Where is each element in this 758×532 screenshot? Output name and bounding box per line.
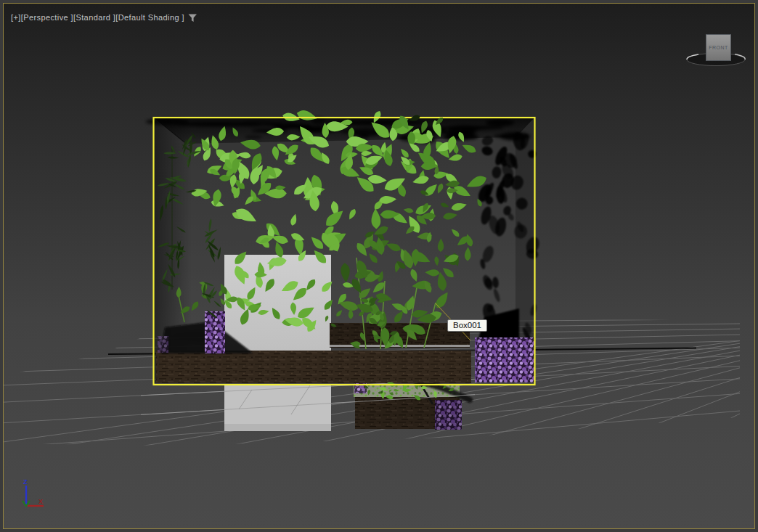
purple-box-right[interactable] <box>475 337 535 382</box>
max-window: { "window": { "background": "#3b3b3b", "… <box>0 0 758 532</box>
funnel-icon[interactable] <box>188 14 197 22</box>
viewcube-front-face[interactable]: FRONT <box>706 34 731 61</box>
object-tooltip: Box001 <box>447 319 487 332</box>
viewport-label[interactable]: [+][Perspective ][Standard ][Default Sha… <box>11 13 184 22</box>
purple-box-left[interactable] <box>205 311 225 353</box>
axis-tripod: Z X <box>23 478 44 506</box>
viewport-canvas[interactable]: Z X <box>3 3 755 529</box>
perspective-viewport[interactable]: Z X [+][Perspective ][Standard ][Default… <box>3 3 755 529</box>
x-axis-label: X <box>38 498 43 505</box>
purple-box-far-left[interactable] <box>158 336 168 353</box>
z-axis-label: Z <box>23 478 28 486</box>
viewcube[interactable]: FRONT <box>683 33 753 70</box>
